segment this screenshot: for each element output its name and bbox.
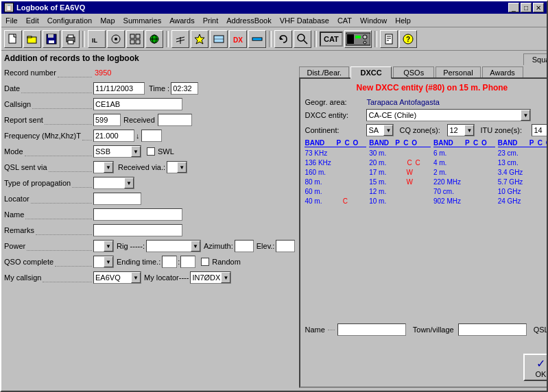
tb-open-button[interactable] [23,30,41,48]
tb-undo-button[interactable] [274,30,292,48]
svg-rect-35 [385,34,392,44]
tb-search-button[interactable] [294,30,311,48]
menu-window[interactable]: Window [356,15,391,26]
tab-dxcc[interactable]: DXCC [350,66,392,79]
continent-arrow[interactable]: ▼ [383,125,393,136]
svg-marker-22 [195,34,204,44]
menu-file[interactable]: File [1,15,22,26]
elev-input[interactable] [276,240,295,252]
tb-map-button[interactable] [145,30,163,48]
tb-antenna-button[interactable] [171,30,189,48]
name2-input[interactable] [337,323,406,336]
ok-button[interactable]: ✓ OK [523,354,547,381]
tab-square[interactable]: Square [523,53,547,65]
ending-time-label: Ending time.: [117,258,160,266]
title-bar-buttons: _ □ ✕ [508,3,544,12]
my-callsign-arrow[interactable]: ▼ [131,272,141,283]
tb-world-button[interactable] [210,30,228,48]
band-row-20m: 20 m.CC [369,158,431,168]
band-row-136k: 136 KHz [305,158,366,168]
qsl-received-combo[interactable]: ▼ [167,161,187,173]
rig-arrow[interactable]: ▼ [191,241,200,252]
mode-combo-arrow[interactable]: ▼ [131,146,141,157]
qsl-sent-arrow[interactable]: ▼ [104,162,113,173]
report-received-input[interactable] [158,114,192,126]
ending-time-input2[interactable] [180,256,195,268]
my-locator-arrow[interactable]: ▼ [221,272,230,283]
callsign-input[interactable] [93,98,182,110]
ending-time-input1[interactable] [162,256,177,268]
propagation-arrow[interactable]: ▼ [124,177,134,188]
tb-settings-button[interactable] [380,30,398,48]
cq-zone-combo[interactable]: 12 ▼ [447,124,475,136]
menu-addressbook[interactable]: AddressBook [222,15,275,26]
cq-zone-arrow[interactable]: ▼ [464,125,474,136]
date-input[interactable] [93,82,145,95]
geogr-area-row: Geogr. area: Tarapaca Antofagasta [305,98,547,106]
swl-checkbox[interactable] [147,147,155,156]
continent-combo[interactable]: SA ▼ [366,124,394,136]
qsl-sent-combo[interactable]: ▼ [93,161,114,173]
power-combo[interactable]: ▼ [93,240,114,252]
left-panel: Addition of records to the logbook Recor… [4,53,295,388]
rig-combo[interactable]: ▼ [146,240,201,252]
time-input[interactable] [171,82,198,95]
menu-print[interactable]: Print [199,15,223,26]
band-col-4-header: BAND P C O [498,139,547,147]
menu-cat[interactable]: CAT [333,15,356,26]
band-row-10ghz: 10 GHz [498,187,547,197]
menu-awards[interactable]: Awards [165,15,198,26]
propagation-row: Type of propagation ▼ [4,176,295,190]
tb-callsign-button[interactable]: IL [88,30,106,48]
town-input[interactable] [458,323,527,336]
qso-complete-combo[interactable]: ▼ [93,256,114,268]
remarks-input[interactable] [93,224,182,236]
menu-configuration[interactable]: Configuration [43,15,96,26]
top-tab-row: Square [299,53,547,65]
tb-award-button[interactable] [191,30,209,48]
itu-zone-combo[interactable]: 14 ▼ [532,124,547,136]
my-locator-combo[interactable]: IN7ØDX ▼ [190,271,231,284]
menu-summaries[interactable]: Summaries [119,15,166,26]
tb-radio-button[interactable] [107,30,125,48]
report-sent-input[interactable] [93,114,121,126]
azimuth-input[interactable] [235,240,254,252]
random-checkbox[interactable] [201,258,209,266]
band-table: BAND P C O 73 KHz 136 KHz 160 m. 80 m. 6… [305,139,547,206]
menu-map[interactable]: Map [96,15,119,26]
my-callsign-combo[interactable]: EA6VQ ▼ [93,271,141,284]
tb-new-button[interactable] [4,30,22,48]
tb-grid-button[interactable] [126,30,144,48]
cat-button[interactable]: CAT [320,32,343,47]
minimize-button[interactable]: _ [508,3,519,12]
remarks-label: Remarks [4,226,93,235]
name-input[interactable] [93,208,182,221]
menu-help[interactable]: Help [391,15,415,26]
menu-edit[interactable]: Edit [22,15,43,26]
propagation-combo[interactable]: ▼ [93,177,134,189]
qsl-received-arrow[interactable]: ▼ [177,162,187,173]
power-arrow[interactable]: ▼ [104,241,113,252]
svg-rect-26 [252,38,262,40]
svg-rect-31 [347,34,354,44]
menu-vhf-database[interactable]: VHF Database [276,15,333,26]
tb-cluster-button[interactable]: DX! [229,30,247,48]
qso-complete-arrow[interactable]: ▼ [104,256,113,267]
mode-combo[interactable]: SSB ▼ [93,145,141,158]
dxcc-entity-arrow[interactable]: ▼ [521,110,530,121]
tb-print-button[interactable] [62,30,80,48]
dxcc-entity-combo[interactable]: CA-CE (Chile) ▼ [366,109,531,121]
tb-save-button[interactable] [43,30,60,48]
frequency-input[interactable] [93,130,134,142]
app-icon: 📋 [4,3,14,12]
tb-help-button[interactable]: ? [399,30,417,48]
tb-radio2-button[interactable] [344,30,372,48]
close-button[interactable]: ✕ [533,3,544,12]
tb-bandplan-button[interactable] [248,30,266,48]
band-col-3-header: BAND P C O [433,139,495,147]
qsl-received-label: Received via.: [118,163,165,171]
locator-input[interactable] [93,193,141,205]
random-checkbox-row: Random [201,258,241,266]
freq-extra-input[interactable] [141,130,162,142]
maximize-button[interactable]: □ [521,3,532,12]
